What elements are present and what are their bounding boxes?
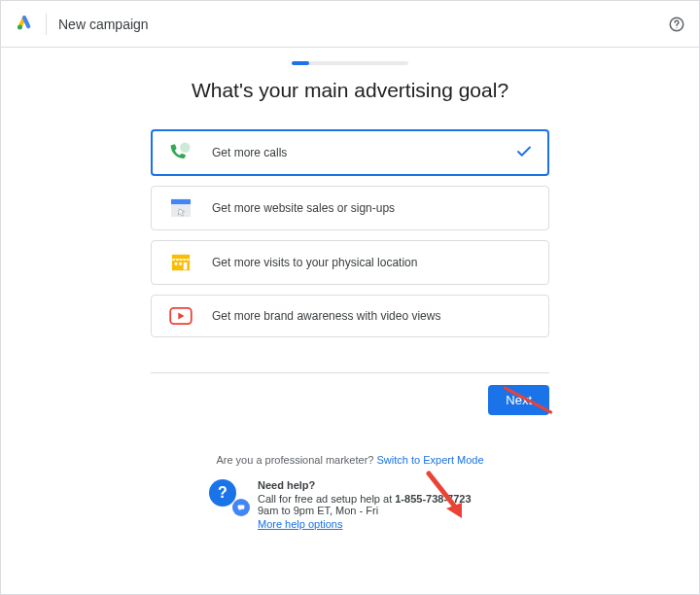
help-box: ? Need help? Call for free ad setup help…	[151, 479, 549, 530]
check-icon	[515, 143, 533, 163]
expert-mode-line: Are you a professional marketer? Switch …	[1, 454, 699, 466]
help-phone-line: Call for free ad setup help at 1-855-738…	[258, 493, 472, 505]
svg-marker-18	[239, 509, 241, 511]
help-text: Need help? Call for free ad setup help a…	[258, 479, 472, 530]
svg-rect-17	[238, 506, 245, 509]
help-title: Need help?	[258, 479, 472, 491]
header-divider	[46, 14, 47, 35]
svg-rect-6	[171, 199, 191, 204]
svg-point-5	[180, 143, 190, 153]
svg-rect-10	[175, 262, 178, 265]
next-row: Next	[151, 385, 549, 415]
svg-rect-11	[179, 262, 182, 265]
page-title: What's your main advertising goal?	[1, 79, 699, 102]
page-root: New campaign What's your main advertisin…	[0, 0, 700, 595]
svg-point-4	[676, 27, 677, 28]
expert-prompt: Are you a professional marketer?	[216, 454, 376, 466]
more-help-link[interactable]: More help options	[258, 518, 342, 530]
help-phone-prefix: Call for free ad setup help at	[258, 493, 395, 505]
help-phone-number: 1-855-738-7723	[395, 493, 471, 505]
header-title: New campaign	[58, 17, 149, 32]
help-bubbles-icon: ?	[209, 479, 244, 514]
goal-option-label: Get more brand awareness with video view…	[212, 309, 533, 323]
goal-option-label: Get more visits to your physical locatio…	[212, 256, 533, 269]
next-button[interactable]: Next	[488, 385, 549, 415]
section-divider	[151, 372, 549, 373]
switch-expert-mode-link[interactable]: Switch to Expert Mode	[377, 454, 484, 466]
goal-option-video[interactable]: Get more brand awareness with video view…	[151, 295, 549, 337]
svg-point-2	[18, 24, 22, 29]
svg-rect-12	[184, 262, 188, 269]
progress-bar	[1, 61, 699, 65]
svg-marker-14	[178, 312, 184, 319]
browser-icon	[167, 198, 194, 218]
help-hours: 9am to 9pm ET, Mon - Fri	[258, 505, 472, 516]
goal-option-store[interactable]: Get more visits to your physical locatio…	[151, 240, 549, 285]
help-icon[interactable]	[668, 16, 685, 33]
main-content: What's your main advertising goal? Get m…	[1, 48, 699, 594]
video-icon	[167, 307, 194, 325]
svg-rect-9	[172, 255, 190, 260]
goal-option-calls[interactable]: Get more calls	[151, 129, 549, 176]
phone-icon	[167, 142, 194, 163]
storefront-icon	[167, 253, 194, 272]
goal-option-website[interactable]: Get more website sales or sign-ups	[151, 186, 549, 230]
app-header: New campaign	[1, 1, 699, 48]
google-ads-logo-icon	[15, 13, 34, 36]
goal-option-label: Get more calls	[212, 146, 515, 159]
goal-options: Get more calls Get more website sales or…	[151, 129, 549, 337]
goal-option-label: Get more website sales or sign-ups	[212, 201, 533, 215]
